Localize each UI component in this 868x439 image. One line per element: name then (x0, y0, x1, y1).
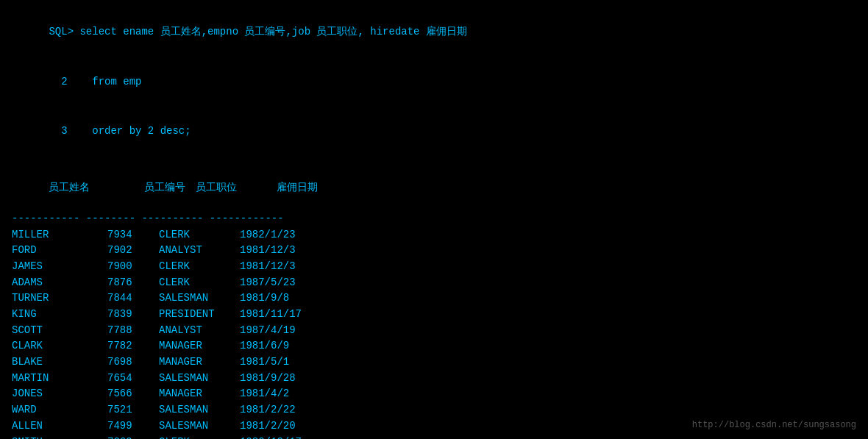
cell-hiredate: 1987/5/23 (240, 275, 328, 291)
cell-empno: 7369 (107, 435, 159, 439)
table-row: KING7839PRESIDENT1981/11/17 (12, 307, 856, 323)
col-header-empno: 员工编号 (144, 180, 196, 196)
cell-empno: 7499 (107, 418, 159, 435)
table-row: TURNER7844SALESMAN1981/9/8 (12, 290, 856, 307)
cell-job: MANAGER (159, 338, 240, 354)
sql-line-3: 3 order by 2 desc; (12, 106, 856, 155)
cell-name: TURNER (12, 290, 107, 307)
cell-job: SALESMAN (159, 402, 240, 418)
table-rows-container: MILLER7934CLERK1982/1/23FORD7902ANALYST1… (12, 227, 856, 439)
cell-name: WARD (12, 402, 107, 418)
cell-hiredate: 1982/1/23 (240, 227, 328, 243)
result-table: 员工姓名员工编号员工职位雇佣日期 ----------- -------- --… (12, 165, 856, 439)
table-divider: ----------- -------- ---------- --------… (12, 213, 856, 224)
cell-job: CLERK (159, 275, 240, 291)
cell-hiredate: 1981/2/22 (240, 402, 328, 418)
cell-empno: 7566 (107, 386, 159, 402)
cell-empno: 7839 (107, 307, 159, 323)
cell-hiredate: 1980/12/17 (240, 435, 328, 439)
cell-job: CLERK (159, 227, 240, 243)
cell-empno: 7521 (107, 402, 159, 418)
table-row: MILLER7934CLERK1982/1/23 (12, 227, 856, 243)
sql-line-1: SQL> select ename 员工姓名,empno 员工编号,job 员工… (12, 7, 856, 57)
table-row: BLAKE7698MANAGER1981/5/1 (12, 354, 856, 371)
sql-prompt: SQL> (49, 26, 79, 38)
col-header-job: 员工职位 (196, 180, 277, 196)
cell-empno: 7900 (107, 259, 159, 275)
cell-job: SALESMAN (159, 418, 240, 435)
cell-name: KING (12, 307, 107, 323)
cell-name: SCOTT (12, 323, 107, 339)
sql-text-2: from emp (79, 76, 141, 88)
cell-job: PRESIDENT (159, 307, 240, 323)
table-header: 员工姓名员工编号员工职位雇佣日期 (12, 165, 856, 213)
cell-empno: 7934 (107, 227, 159, 243)
cell-empno: 7844 (107, 290, 159, 307)
cell-name: JONES (12, 386, 107, 402)
sql-query-block: SQL> select ename 员工姓名,empno 员工编号,job 员工… (12, 7, 856, 156)
cell-hiredate: 1981/9/8 (240, 290, 328, 307)
table-row: JONES7566MANAGER1981/4/2 (12, 386, 856, 402)
table-row: FORD7902ANALYST1981/12/3 (12, 243, 856, 259)
cell-hiredate: 1981/5/1 (240, 354, 328, 371)
cell-hiredate: 1981/6/9 (240, 338, 328, 354)
cell-job: CLERK (159, 259, 240, 275)
col-header-name: 员工姓名 (49, 180, 144, 196)
cell-empno: 7654 (107, 371, 159, 387)
cell-name: JAMES (12, 259, 107, 275)
cell-job: ANALYST (159, 243, 240, 259)
table-row: MARTIN7654SALESMAN1981/9/28 (12, 371, 856, 387)
cell-empno: 7698 (107, 354, 159, 371)
cell-hiredate: 1981/11/17 (240, 307, 328, 323)
cell-hiredate: 1981/2/20 (240, 418, 328, 435)
sql-line-num-2: 2 (49, 76, 79, 88)
terminal: SQL> select ename 员工姓名,empno 员工编号,job 员工… (12, 7, 856, 439)
cell-empno: 7782 (107, 338, 159, 354)
cell-empno: 7902 (107, 243, 159, 259)
cell-job: SALESMAN (159, 371, 240, 387)
cell-name: ADAMS (12, 275, 107, 291)
table-row: WARD7521SALESMAN1981/2/22 (12, 402, 856, 418)
cell-job: SALESMAN (159, 290, 240, 307)
col-header-hiredate: 雇佣日期 (277, 180, 365, 196)
cell-hiredate: 1981/12/3 (240, 243, 328, 259)
cell-name: CLARK (12, 338, 107, 354)
sql-line-2: 2 from emp (12, 57, 856, 106)
sql-text-3: order by 2 desc; (79, 125, 191, 137)
cell-job: ANALYST (159, 323, 240, 339)
cell-name: BLAKE (12, 354, 107, 371)
watermark: http://blog.csdn.net/sungsasong (692, 420, 856, 430)
cell-hiredate: 1981/9/28 (240, 371, 328, 387)
sql-text-1: select ename 员工姓名,empno 员工编号,job 员工职位, h… (79, 26, 466, 38)
cell-name: MARTIN (12, 371, 107, 387)
table-row: CLARK7782MANAGER1981/6/9 (12, 338, 856, 354)
sql-line-num-3: 3 (49, 125, 79, 137)
table-row: JAMES7900CLERK1981/12/3 (12, 259, 856, 275)
cell-name: FORD (12, 243, 107, 259)
cell-name: ALLEN (12, 418, 107, 435)
cell-job: MANAGER (159, 386, 240, 402)
table-row: ADAMS7876CLERK1987/5/23 (12, 275, 856, 291)
cell-job: MANAGER (159, 354, 240, 371)
cell-empno: 7788 (107, 323, 159, 339)
cell-hiredate: 1987/4/19 (240, 323, 328, 339)
cell-name: SMITH (12, 435, 107, 439)
cell-hiredate: 1981/4/2 (240, 386, 328, 402)
cell-empno: 7876 (107, 275, 159, 291)
table-row: SMITH7369CLERK1980/12/17 (12, 435, 856, 439)
cell-job: CLERK (159, 435, 240, 439)
cell-hiredate: 1981/12/3 (240, 259, 328, 275)
table-row: SCOTT7788ANALYST1987/4/19 (12, 323, 856, 339)
cell-name: MILLER (12, 227, 107, 243)
